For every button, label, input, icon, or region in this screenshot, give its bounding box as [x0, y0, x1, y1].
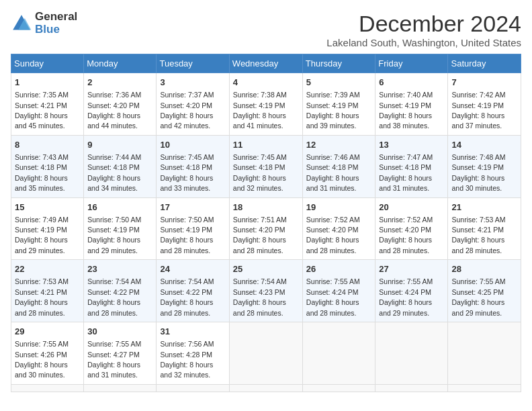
calendar-cell: [448, 322, 521, 385]
day-number: 8: [15, 139, 80, 151]
calendar-cell: 13Sunrise: 7:47 AMSunset: 4:18 PMDayligh…: [375, 135, 448, 197]
calendar-cell: 26Sunrise: 7:55 AMSunset: 4:24 PMDayligh…: [302, 260, 375, 322]
calendar-cell: 16Sunrise: 7:50 AMSunset: 4:19 PMDayligh…: [84, 197, 157, 260]
day-number: 14: [451, 139, 517, 151]
day-info: Sunrise: 7:51 AMSunset: 4:20 PMDaylight:…: [233, 216, 287, 255]
calendar-cell: [229, 322, 302, 385]
day-info: Sunrise: 7:52 AMSunset: 4:20 PMDaylight:…: [379, 216, 433, 255]
day-number: 22: [15, 263, 80, 275]
day-number: 18: [233, 201, 299, 214]
col-sunday: Sunday: [11, 54, 84, 73]
col-wednesday: Wednesday: [229, 54, 302, 73]
logo-blue-text: Blue: [35, 24, 77, 36]
day-number: 29: [15, 326, 80, 338]
calendar-cell: 8Sunrise: 7:43 AMSunset: 4:18 PMDaylight…: [11, 135, 84, 197]
day-number: 26: [306, 263, 372, 275]
day-number: 7: [451, 77, 517, 89]
calendar-header-row: Sunday Monday Tuesday Wednesday Thursday…: [11, 54, 521, 73]
calendar-cell: 22Sunrise: 7:53 AMSunset: 4:21 PMDayligh…: [11, 260, 84, 322]
calendar-cell: 6Sunrise: 7:40 AMSunset: 4:19 PMDaylight…: [375, 73, 448, 136]
day-number: 6: [379, 77, 444, 89]
day-info: Sunrise: 7:49 AMSunset: 4:19 PMDaylight:…: [15, 216, 69, 255]
calendar-cell: 17Sunrise: 7:50 AMSunset: 4:19 PMDayligh…: [157, 197, 229, 260]
day-number: 4: [233, 77, 299, 89]
calendar-week-row: 29Sunrise: 7:55 AMSunset: 4:26 PMDayligh…: [11, 322, 521, 385]
col-monday: Monday: [84, 54, 157, 73]
calendar-cell: [302, 384, 375, 392]
calendar-cell: [157, 384, 229, 392]
day-info: Sunrise: 7:55 AMSunset: 4:27 PMDaylight:…: [87, 340, 141, 379]
day-number: 30: [87, 326, 152, 338]
calendar-week-row: 15Sunrise: 7:49 AMSunset: 4:19 PMDayligh…: [11, 197, 521, 260]
day-number: 9: [87, 139, 152, 151]
day-info: Sunrise: 7:50 AMSunset: 4:19 PMDaylight:…: [160, 216, 214, 255]
day-number: 19: [306, 201, 372, 214]
day-info: Sunrise: 7:44 AMSunset: 4:18 PMDaylight:…: [87, 153, 141, 192]
day-number: 31: [160, 326, 225, 338]
day-number: 16: [87, 201, 152, 214]
day-info: Sunrise: 7:55 AMSunset: 4:24 PMDaylight:…: [379, 277, 433, 316]
calendar-cell: 31Sunrise: 7:56 AMSunset: 4:28 PMDayligh…: [157, 322, 229, 385]
day-info: Sunrise: 7:56 AMSunset: 4:28 PMDaylight:…: [160, 340, 214, 379]
calendar-cell: [11, 384, 84, 392]
day-info: Sunrise: 7:52 AMSunset: 4:20 PMDaylight:…: [306, 216, 360, 255]
logo: General Blue: [11, 11, 77, 36]
day-info: Sunrise: 7:40 AMSunset: 4:19 PMDaylight:…: [379, 91, 433, 130]
day-number: 28: [451, 263, 517, 275]
day-info: Sunrise: 7:53 AMSunset: 4:21 PMDaylight:…: [15, 277, 69, 316]
calendar-cell: 15Sunrise: 7:49 AMSunset: 4:19 PMDayligh…: [11, 197, 84, 260]
day-info: Sunrise: 7:39 AMSunset: 4:19 PMDaylight:…: [306, 91, 360, 130]
day-info: Sunrise: 7:42 AMSunset: 4:19 PMDaylight:…: [451, 91, 505, 130]
calendar-week-row: 8Sunrise: 7:43 AMSunset: 4:18 PMDaylight…: [11, 135, 521, 197]
day-number: 21: [451, 201, 517, 214]
day-info: Sunrise: 7:50 AMSunset: 4:19 PMDaylight:…: [87, 216, 141, 255]
calendar-cell: 2Sunrise: 7:36 AMSunset: 4:20 PMDaylight…: [84, 73, 157, 136]
calendar-cell: 25Sunrise: 7:54 AMSunset: 4:23 PMDayligh…: [229, 260, 302, 322]
day-number: 27: [379, 263, 444, 275]
day-number: 3: [160, 77, 225, 89]
day-info: Sunrise: 7:55 AMSunset: 4:25 PMDaylight:…: [451, 277, 505, 316]
title-block: December 2024 Lakeland South, Washington…: [326, 11, 521, 48]
calendar-subtitle: Lakeland South, Washington, United State…: [326, 37, 521, 48]
day-number: 24: [160, 263, 225, 275]
calendar-cell: [375, 322, 448, 385]
day-info: Sunrise: 7:54 AMSunset: 4:22 PMDaylight:…: [87, 277, 141, 316]
calendar-table: Sunday Monday Tuesday Wednesday Thursday…: [11, 54, 521, 392]
calendar-cell: 18Sunrise: 7:51 AMSunset: 4:20 PMDayligh…: [229, 197, 302, 260]
day-info: Sunrise: 7:43 AMSunset: 4:18 PMDaylight:…: [15, 153, 69, 192]
calendar-cell: 9Sunrise: 7:44 AMSunset: 4:18 PMDaylight…: [84, 135, 157, 197]
calendar-cell: 27Sunrise: 7:55 AMSunset: 4:24 PMDayligh…: [375, 260, 448, 322]
calendar-cell: 30Sunrise: 7:55 AMSunset: 4:27 PMDayligh…: [84, 322, 157, 385]
calendar-week-row: 1Sunrise: 7:35 AMSunset: 4:21 PMDaylight…: [11, 73, 521, 136]
calendar-cell: 7Sunrise: 7:42 AMSunset: 4:19 PMDaylight…: [448, 73, 521, 136]
calendar-cell: 24Sunrise: 7:54 AMSunset: 4:22 PMDayligh…: [157, 260, 229, 322]
day-info: Sunrise: 7:36 AMSunset: 4:20 PMDaylight:…: [87, 91, 141, 130]
calendar-cell: 19Sunrise: 7:52 AMSunset: 4:20 PMDayligh…: [302, 197, 375, 260]
calendar-cell: [302, 322, 375, 385]
calendar-cell: [84, 384, 157, 392]
day-info: Sunrise: 7:45 AMSunset: 4:18 PMDaylight:…: [233, 153, 287, 192]
calendar-cell: 1Sunrise: 7:35 AMSunset: 4:21 PMDaylight…: [11, 73, 84, 136]
col-thursday: Thursday: [302, 54, 375, 73]
day-info: Sunrise: 7:46 AMSunset: 4:18 PMDaylight:…: [306, 153, 360, 192]
day-number: 5: [306, 77, 372, 89]
calendar-cell: 28Sunrise: 7:55 AMSunset: 4:25 PMDayligh…: [448, 260, 521, 322]
day-info: Sunrise: 7:53 AMSunset: 4:21 PMDaylight:…: [451, 216, 505, 255]
calendar-cell: 29Sunrise: 7:55 AMSunset: 4:26 PMDayligh…: [11, 322, 84, 385]
calendar-week-row: 22Sunrise: 7:53 AMSunset: 4:21 PMDayligh…: [11, 260, 521, 322]
calendar-cell: 11Sunrise: 7:45 AMSunset: 4:18 PMDayligh…: [229, 135, 302, 197]
day-info: Sunrise: 7:47 AMSunset: 4:18 PMDaylight:…: [379, 153, 433, 192]
day-info: Sunrise: 7:55 AMSunset: 4:24 PMDaylight:…: [306, 277, 360, 316]
calendar-cell: 21Sunrise: 7:53 AMSunset: 4:21 PMDayligh…: [448, 197, 521, 260]
day-number: 23: [87, 263, 152, 275]
day-info: Sunrise: 7:38 AMSunset: 4:19 PMDaylight:…: [233, 91, 287, 130]
calendar-title: December 2024: [326, 11, 521, 37]
day-info: Sunrise: 7:54 AMSunset: 4:23 PMDaylight:…: [233, 277, 287, 316]
day-number: 2: [87, 77, 152, 89]
day-number: 17: [160, 201, 225, 214]
logo-general-text: General: [35, 11, 77, 24]
calendar-cell: [448, 384, 521, 392]
calendar-cell: 3Sunrise: 7:37 AMSunset: 4:20 PMDaylight…: [157, 73, 229, 136]
day-info: Sunrise: 7:55 AMSunset: 4:26 PMDaylight:…: [15, 340, 69, 379]
day-number: 10: [160, 139, 225, 151]
